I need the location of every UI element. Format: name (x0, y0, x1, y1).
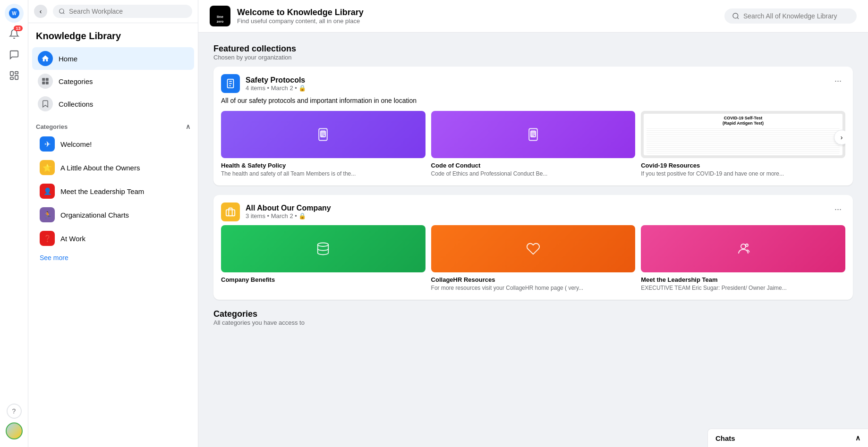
main-body: Featured collections Chosen by your orga… (198, 33, 868, 447)
sidebar-item-leadership[interactable]: 👤 Meet the Leadership Team (32, 180, 194, 202)
svg-rect-3 (15, 72, 17, 74)
company-benefits-item[interactable]: Company Benefits (221, 225, 425, 292)
safety-protocols-more-button[interactable]: ··· (831, 74, 845, 88)
svg-rect-10 (42, 82, 45, 84)
code-of-conduct-item[interactable]: Code of Conduct Code of Ethics and Profe… (431, 111, 636, 178)
all-about-company-title-area: All About Our Company 3 items • March 2 … (246, 204, 331, 219)
welcome-category-icon: ✈ (40, 136, 55, 152)
sidebar-categories-header: Categories ∧ (28, 117, 198, 132)
sidebar-nav: Home Categories Collections (28, 45, 198, 117)
at-work-category-icon: ❓ (40, 231, 55, 246)
code-of-conduct-thumbnail (431, 111, 636, 158)
workplace-logo-icon[interactable]: W (5, 4, 24, 23)
sidebar-item-collections[interactable]: Collections (32, 93, 194, 115)
svg-rect-5 (10, 77, 13, 80)
safety-protocols-title: Safety Protocols (246, 76, 306, 84)
collagehr-item[interactable]: CollageHR Resources For more resources v… (431, 225, 636, 292)
sidebar-item-org-charts[interactable]: 🏃 Organizational Charts (32, 203, 194, 226)
all-about-company-meta: 3 items • March 2 • 🔒 (246, 212, 331, 219)
org-charts-category-icon: 🏃 (40, 207, 55, 222)
user-avatar[interactable] (6, 422, 23, 439)
categories-chevron-icon[interactable]: ∧ (186, 123, 190, 130)
owners-category-icon: ⭐ (40, 160, 55, 175)
company-benefits-title: Company Benefits (221, 276, 425, 283)
svg-point-32 (318, 243, 329, 246)
leadership-category-label: Meet the Leadership Team (60, 187, 144, 195)
meet-leadership-title: Meet the Leadership Team (641, 276, 845, 283)
svg-text:W: W (12, 11, 17, 16)
safety-protocols-next-button[interactable]: › (834, 130, 845, 145)
collections-nav-icon (38, 96, 53, 111)
featured-subtitle: Chosen by your organization (213, 54, 853, 61)
brand-logo: line zero (210, 6, 230, 26)
main-search-input[interactable] (743, 12, 847, 20)
svg-rect-11 (46, 82, 49, 84)
svg-rect-4 (15, 76, 17, 79)
all-about-company-info: All About Our Company 3 items • March 2 … (221, 202, 331, 221)
company-benefits-thumbnail (221, 225, 425, 272)
home-nav-label: Home (59, 55, 77, 63)
see-more-link[interactable]: See more (28, 250, 198, 265)
chats-chevron-icon: ∧ (855, 434, 860, 442)
svg-line-16 (737, 17, 739, 19)
main-search-box (724, 8, 857, 24)
sidebar-item-owners[interactable]: ⭐ A Little About the Owners (32, 156, 194, 179)
categories-nav-label: Categories (59, 77, 93, 85)
health-safety-title: Health & Safety Policy (221, 162, 425, 169)
categories-section: Categories All categories you have acces… (213, 309, 853, 326)
categories-section-title: Categories (213, 309, 853, 319)
all-about-company-items-grid: Company Benefits CollageHR Resources For… (221, 225, 845, 292)
at-work-category-label: At Work (60, 235, 85, 243)
svg-line-7 (63, 13, 65, 14)
sidebar-search-area: ‹ (28, 0, 198, 23)
featured-collections-header: Featured collections Chosen by your orga… (213, 44, 853, 61)
sidebar-item-at-work[interactable]: ❓ At Work (32, 227, 194, 250)
meet-leadership-item[interactable]: Meet the Leadership Team EXECUTIVE TEAM … (641, 225, 845, 292)
leadership-category-icon: 👤 (40, 184, 55, 199)
covid-resources-item[interactable]: COVID-19 Self-Test(Rapid Antigen Test) C… (641, 111, 845, 178)
all-about-company-icon (221, 202, 240, 221)
all-about-company-card-header: All About Our Company 3 items • March 2 … (221, 202, 845, 221)
sidebar-item-welcome[interactable]: ✈ Welcome! (32, 133, 194, 155)
safety-protocols-info: Safety Protocols 4 items • March 2 • 🔒 (221, 74, 306, 93)
sidebar-item-categories[interactable]: Categories (32, 70, 194, 93)
org-charts-category-label: Organizational Charts (60, 211, 129, 219)
covid-resources-desc: If you test positive for COVID-19 and ha… (641, 170, 845, 178)
back-button[interactable]: ‹ (34, 5, 47, 18)
notifications-icon[interactable]: 13 (5, 25, 24, 43)
main-content: line zero Welcome to Knowledge Library F… (198, 0, 868, 447)
chats-bar[interactable]: Chats ∧ (707, 429, 868, 447)
safety-protocols-meta: 4 items • March 2 • 🔒 (246, 84, 306, 92)
all-about-company-more-button[interactable]: ··· (831, 202, 845, 216)
covid-resources-thumbnail: COVID-19 Self-Test(Rapid Antigen Test) (641, 111, 845, 158)
sidebar-search-input[interactable] (69, 8, 187, 15)
svg-point-33 (741, 244, 746, 249)
all-about-company-title: All About Our Company (246, 204, 331, 212)
help-icon[interactable]: ? (7, 404, 22, 419)
sidebar: ‹ Knowledge Library Home (28, 0, 198, 447)
safety-protocols-title-area: Safety Protocols 4 items • March 2 • 🔒 (246, 76, 306, 92)
safety-protocols-desc: All of our safety protocols and importan… (221, 97, 845, 104)
notification-badge: 13 (14, 25, 22, 31)
left-rail: W 13 ? (0, 0, 28, 447)
safety-protocols-card: Safety Protocols 4 items • March 2 • 🔒 ·… (213, 67, 853, 186)
svg-text:line: line (217, 15, 223, 19)
bookmark-icon[interactable] (5, 66, 24, 85)
sidebar-title: Knowledge Library (36, 31, 190, 42)
sidebar-item-home[interactable]: Home (32, 47, 194, 70)
svg-rect-9 (46, 78, 49, 81)
meet-leadership-desc: EXECUTIVE TEAM Eric Sugar: President/ Ow… (641, 284, 845, 292)
safety-protocols-items-grid: Health & Safety Policy The health and sa… (221, 111, 845, 178)
categories-section-label: Categories (36, 123, 68, 130)
brand-text: Welcome to Knowledge Library Find useful… (237, 8, 364, 25)
code-of-conduct-desc: Code of Ethics and Professional Conduct … (431, 170, 636, 178)
code-of-conduct-title: Code of Conduct (431, 162, 636, 169)
svg-rect-8 (42, 78, 45, 81)
svg-point-6 (60, 9, 64, 13)
collagehr-thumbnail (431, 225, 636, 272)
featured-title: Featured collections (213, 44, 853, 54)
svg-rect-31 (226, 210, 235, 216)
health-safety-item[interactable]: Health & Safety Policy The health and sa… (221, 111, 425, 178)
chat-icon[interactable] (5, 45, 24, 64)
brand-area: line zero Welcome to Knowledge Library F… (210, 6, 364, 26)
